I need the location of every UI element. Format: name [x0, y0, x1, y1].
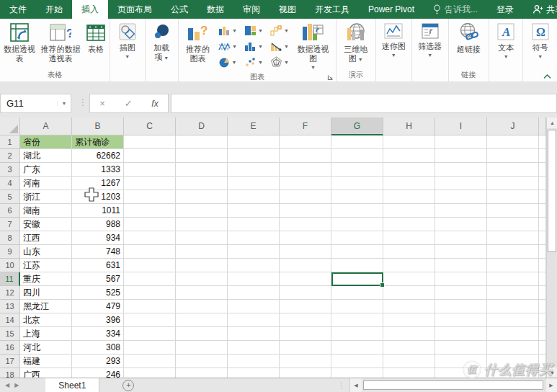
cell-D7[interactable]: [176, 218, 228, 231]
cell-I13[interactable]: [435, 300, 487, 313]
cell-H8[interactable]: [383, 231, 435, 245]
cell-A7[interactable]: 安徽: [20, 218, 72, 231]
map-3d-button[interactable]: 三维地图▼: [342, 21, 369, 65]
pie-chart-button[interactable]: ▼: [215, 54, 241, 70]
line-chart-button[interactable]: ▼: [215, 38, 241, 54]
cell-B16[interactable]: 308: [72, 341, 124, 355]
cell-G1[interactable]: [331, 135, 383, 149]
cell-I5[interactable]: [435, 190, 487, 204]
cell-K9[interactable]: [539, 245, 546, 259]
row-header-11[interactable]: 11: [0, 272, 20, 286]
cell-J10[interactable]: [487, 259, 539, 272]
cell-B14[interactable]: 396: [72, 313, 124, 327]
cell-D15[interactable]: [176, 327, 228, 341]
cell-I17[interactable]: [435, 355, 487, 368]
cell-I4[interactable]: [435, 177, 487, 190]
cell-C16[interactable]: [124, 341, 176, 355]
row-header-1[interactable]: 1: [0, 135, 20, 149]
cell-A3[interactable]: 广东: [20, 163, 72, 177]
cell-H6[interactable]: [383, 204, 435, 218]
cell-F11[interactable]: [280, 272, 331, 286]
cell-E13[interactable]: [228, 300, 280, 313]
cell-G7[interactable]: [331, 218, 383, 231]
collapse-ribbon-icon[interactable]: [543, 74, 551, 79]
cell-I9[interactable]: [435, 245, 487, 259]
cell-H5[interactable]: [383, 190, 435, 204]
cell-K8[interactable]: [539, 231, 546, 245]
cell-K18[interactable]: [539, 368, 546, 378]
cell-I6[interactable]: [435, 204, 487, 218]
cell-C17[interactable]: [124, 355, 176, 368]
cell-C15[interactable]: [124, 327, 176, 341]
cell-C3[interactable]: [124, 163, 176, 177]
cell-J8[interactable]: [487, 231, 539, 245]
cell-F8[interactable]: [280, 231, 331, 245]
scroll-up-icon[interactable]: ▲: [547, 117, 557, 128]
cell-C7[interactable]: [124, 218, 176, 231]
cell-B2[interactable]: 62662: [72, 149, 124, 163]
insert-function-icon[interactable]: fx: [151, 99, 158, 109]
cell-A13[interactable]: 黑龙江: [20, 300, 72, 313]
cell-B13[interactable]: 479: [72, 300, 124, 313]
cell-E6[interactable]: [228, 204, 280, 218]
cell-D4[interactable]: [176, 177, 228, 190]
cell-K10[interactable]: [539, 259, 546, 272]
cell-E14[interactable]: [228, 313, 280, 327]
scroll-down-icon[interactable]: ▼: [547, 368, 557, 378]
vertical-scrollbar[interactable]: ▲ ▼: [546, 117, 557, 378]
cell-F9[interactable]: [280, 245, 331, 259]
cell-C5[interactable]: [124, 190, 176, 204]
cell-I14[interactable]: [435, 313, 487, 327]
cell-K7[interactable]: [539, 218, 546, 231]
column-header-G[interactable]: G: [331, 117, 383, 135]
cell-B15[interactable]: 334: [72, 327, 124, 341]
cell-B8[interactable]: 934: [72, 231, 124, 245]
cell-G3[interactable]: [331, 163, 383, 177]
cell-A6[interactable]: 湖南: [20, 204, 72, 218]
row-header-7[interactable]: 7: [0, 218, 20, 231]
cell-J2[interactable]: [487, 149, 539, 163]
illustrations-button[interactable]: 插图 ▼: [116, 21, 139, 61]
row-header-16[interactable]: 16: [0, 341, 20, 355]
cell-F6[interactable]: [280, 204, 331, 218]
cell-A11[interactable]: 重庆: [20, 272, 72, 286]
vertical-scroll-thumb[interactable]: [548, 130, 556, 252]
radar-chart-button[interactable]: ▼: [267, 54, 293, 70]
cell-A14[interactable]: 北京: [20, 313, 72, 327]
cell-D17[interactable]: [176, 355, 228, 368]
symbol-button[interactable]: Ω 符号 ▼: [530, 21, 551, 61]
cell-B6[interactable]: 1011: [72, 204, 124, 218]
cell-K17[interactable]: [539, 355, 546, 368]
cell-D5[interactable]: [176, 190, 228, 204]
column-header-E[interactable]: E: [228, 117, 280, 135]
cell-H17[interactable]: [383, 355, 435, 368]
row-header-10[interactable]: 10: [0, 259, 20, 272]
cell-F12[interactable]: [280, 286, 331, 300]
cell-G4[interactable]: [331, 177, 383, 190]
cell-G9[interactable]: [331, 245, 383, 259]
horizontal-scroll-thumb[interactable]: [363, 380, 543, 390]
new-sheet-button[interactable]: +: [122, 380, 134, 391]
cell-G18[interactable]: [331, 368, 383, 378]
cell-H9[interactable]: [383, 245, 435, 259]
row-header-5[interactable]: 5: [0, 190, 20, 204]
scatter-chart-button[interactable]: ▼: [241, 54, 267, 70]
addins-button[interactable]: 加载 项▼: [151, 21, 172, 63]
cell-E16[interactable]: [228, 341, 280, 355]
cell-C10[interactable]: [124, 259, 176, 272]
cell-A16[interactable]: 河北: [20, 341, 72, 355]
horizontal-scrollbar[interactable]: ◀ ▶: [349, 378, 557, 392]
tab-文件[interactable]: 文件: [0, 0, 36, 19]
cell-E9[interactable]: [228, 245, 280, 259]
cell-H12[interactable]: [383, 286, 435, 300]
cell-H13[interactable]: [383, 300, 435, 313]
cell-D6[interactable]: [176, 204, 228, 218]
histogram-chart-button[interactable]: ▼: [241, 38, 267, 54]
formula-bar-grip[interactable]: ⋮: [79, 97, 87, 107]
cell-K1[interactable]: [539, 135, 546, 149]
cell-H16[interactable]: [383, 341, 435, 355]
cell-F15[interactable]: [280, 327, 331, 341]
text-button[interactable]: A 文本 ▼: [495, 21, 517, 61]
scroll-right-icon[interactable]: ▶: [545, 378, 557, 392]
share-button[interactable]: 共享: [523, 0, 557, 19]
